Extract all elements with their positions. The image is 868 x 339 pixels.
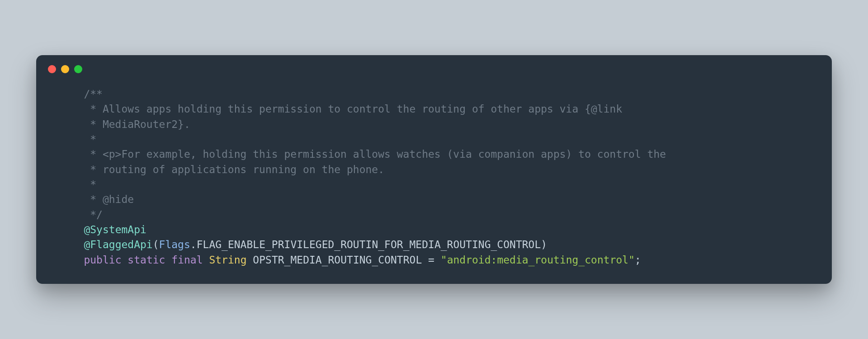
semicolon: ; (635, 254, 641, 266)
minimize-icon[interactable] (61, 65, 69, 73)
equals-operator: = (422, 254, 441, 266)
code-indent (59, 224, 84, 235)
code-indent (59, 254, 84, 266)
code-block: /** * Allows apps holding this permissio… (36, 78, 832, 268)
comment-line: * <p>For example, holding this permissio… (59, 148, 666, 160)
paren-open: ( (153, 239, 159, 250)
paren-close: ) (541, 239, 547, 250)
keyword-static: static (127, 254, 165, 266)
zoom-icon[interactable] (74, 65, 82, 73)
class-ref-flags: Flags (159, 239, 190, 250)
dot-operator: . (190, 239, 197, 250)
type-string: String (209, 254, 246, 266)
keyword-public: public (84, 254, 121, 266)
variable-name: OPSTR_MEDIA_ROUTING_CONTROL (253, 254, 422, 266)
comment-line: * routing of applications running on the… (59, 164, 384, 175)
comment-line: /** (59, 88, 103, 100)
annotation-systemapi: @SystemApi (84, 224, 146, 235)
annotation-flaggedapi: @FlaggedApi (84, 239, 152, 250)
comment-line: * (59, 179, 96, 190)
comment-line: */ (59, 209, 103, 221)
comment-line: * MediaRouter2}. (59, 118, 190, 130)
close-icon[interactable] (48, 65, 56, 73)
keyword-final: final (171, 254, 203, 266)
string-literal: "android:media_routing_control" (441, 254, 635, 266)
code-indent (59, 239, 84, 250)
window-titlebar (36, 55, 832, 78)
comment-line: * @hide (59, 193, 134, 205)
code-window: /** * Allows apps holding this permissio… (36, 55, 832, 284)
comment-line: * (59, 133, 96, 145)
comment-line: * Allows apps holding this permission to… (59, 103, 622, 115)
flag-constant: FLAG_ENABLE_PRIVILEGED_ROUTIN_FOR_MEDIA_… (197, 239, 541, 250)
